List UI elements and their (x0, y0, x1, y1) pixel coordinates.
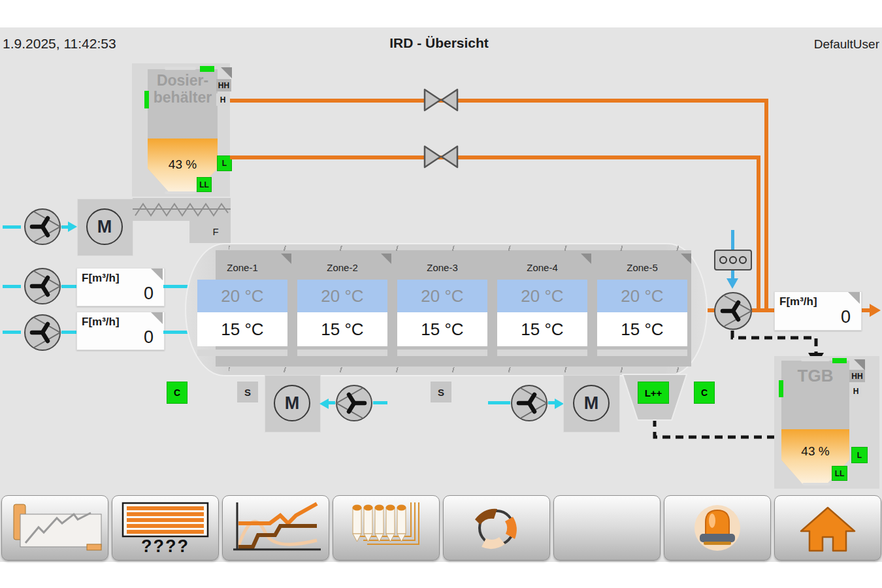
folded-corner-icon (381, 253, 391, 264)
zone-2-label: Zone-2 (297, 262, 387, 273)
status-s-right: S (431, 382, 451, 402)
zone-1-setpoint[interactable]: 20 °C (197, 280, 287, 312)
flow-display-a-value: 0 (85, 284, 154, 304)
button-sawtooth-trend[interactable] (1, 495, 108, 561)
button-trend-chart[interactable] (222, 495, 329, 561)
flow-display-b-value: 0 (85, 327, 154, 348)
alarm-list-icon (112, 496, 218, 539)
zone-2-actual[interactable]: 15 °C (297, 312, 387, 346)
tank-rivets-bottom (229, 367, 679, 372)
trend-chart-icon (223, 496, 329, 560)
level-alarm-h: H (849, 385, 862, 397)
zone-3-setpoint[interactable]: 20 °C (397, 280, 487, 312)
level-alarm-l: L (851, 447, 868, 463)
tank-flange (165, 191, 196, 194)
flow-line (329, 401, 335, 404)
zone-3-strip (397, 350, 487, 356)
motor-left[interactable]: M (274, 385, 310, 421)
alarm-beacon-icon (664, 496, 770, 560)
feeder-flow-label: F (206, 226, 225, 237)
folded-corner-icon (281, 253, 291, 264)
page-title: IRD - Übersicht (276, 35, 602, 51)
zone-3-label: Zone-3 (397, 262, 487, 273)
valve-top[interactable] (423, 87, 459, 113)
button-blank[interactable] (553, 495, 661, 561)
motor-feeder[interactable]: M (86, 208, 123, 245)
motor-right[interactable]: M (573, 385, 610, 421)
zone-1-strip (197, 350, 287, 356)
zone-4-label: Zone-4 (497, 262, 587, 273)
zone-2-strip (297, 350, 387, 356)
flow-line (373, 401, 387, 404)
flow-line (488, 401, 510, 404)
cycle-icon (444, 496, 549, 560)
level-status-bar (144, 91, 149, 108)
zone-1-label: Zone-1 (197, 262, 287, 273)
button-alarm-list[interactable]: ???? (112, 495, 219, 561)
button-silos[interactable] (333, 495, 440, 561)
flow-arrow-icon (68, 221, 77, 232)
screw-feeder[interactable] (133, 198, 231, 221)
folded-corner-icon (151, 312, 163, 324)
flow-line (163, 331, 189, 334)
pump-b[interactable] (24, 314, 61, 351)
folded-corner-icon (221, 67, 232, 78)
folded-corner-icon (854, 359, 865, 370)
tgb-tank-label: TGB (781, 367, 849, 384)
sawtooth-trend-icon (2, 496, 108, 560)
button-home[interactable] (774, 495, 881, 561)
zone-5-label: Zone-5 (597, 262, 687, 273)
folded-corner-icon (581, 253, 591, 264)
home-icon (775, 496, 881, 560)
zone-3-actual[interactable]: 15 °C (397, 312, 487, 346)
tank-flange (801, 358, 830, 361)
pipe-second (230, 155, 760, 159)
dosing-tank-label-line1: Dosier- (157, 72, 208, 89)
status-s-left: S (237, 382, 258, 402)
flow-display-outlet-label: F[m³/h] (779, 295, 817, 308)
level-alarm-hh: HH (849, 370, 865, 382)
zone-4-actual[interactable]: 15 °C (497, 312, 587, 346)
status-c-left: C (167, 382, 188, 404)
flow-line (163, 285, 189, 288)
zone-1-actual[interactable]: 15 °C (197, 312, 287, 346)
pump-circulation-left[interactable] (335, 384, 373, 422)
level-alarm-ll: LL (832, 466, 847, 481)
flow-display-a-label: F[m³/h] (82, 272, 120, 285)
button-cycle[interactable] (443, 495, 550, 561)
agitator-status-indicator (200, 66, 214, 72)
level-alarm-h: H (216, 93, 229, 106)
tank-flange (802, 483, 831, 485)
folded-corner-icon (848, 292, 860, 304)
level-status-bar (779, 380, 783, 397)
pump-feeder[interactable] (24, 208, 61, 246)
pump-circulation-right[interactable] (510, 384, 548, 422)
zone-5-setpoint[interactable]: 20 °C (597, 280, 687, 312)
dot-icon (729, 256, 737, 264)
flow-line (548, 401, 555, 404)
dosing-tank-level: 43 % (148, 157, 218, 172)
flow-arrow-icon (555, 399, 564, 409)
pump-a[interactable] (24, 267, 61, 305)
button-alarm-beacon[interactable] (664, 495, 771, 561)
current-user: DefaultUser (749, 37, 879, 52)
dosing-tank[interactable]: Dosier- behälter 43 % (148, 69, 218, 193)
folded-corner-icon (151, 269, 163, 280)
datetime: 1.9.2025, 11:42:53 (3, 36, 116, 52)
valve-second[interactable] (423, 144, 459, 170)
level-alarm-hh: HH (216, 79, 231, 91)
outlet-flow-arrow-icon (870, 304, 881, 317)
flow-arrow-icon (319, 399, 329, 409)
flow-line (61, 225, 68, 229)
flow-line (61, 331, 76, 334)
dosing-unit-symbol[interactable] (714, 250, 752, 270)
agitator-status-indicator (832, 358, 847, 363)
flow-display-outlet-value: 0 (782, 307, 851, 327)
zone-2-setpoint[interactable]: 20 °C (297, 280, 387, 312)
status-l-plus-plus: L++ (638, 382, 669, 404)
flow-line (3, 225, 21, 229)
zone-4-setpoint[interactable]: 20 °C (497, 280, 587, 312)
folded-corner-icon (681, 253, 691, 264)
pump-outlet[interactable] (713, 291, 753, 331)
level-alarm-ll: LL (197, 177, 212, 192)
